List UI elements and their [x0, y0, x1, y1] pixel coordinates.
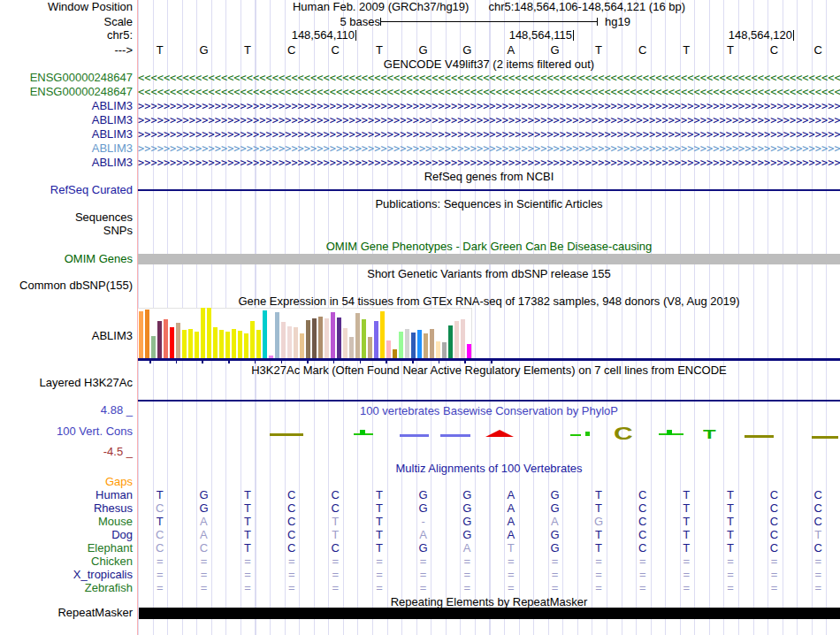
alignment-row-mouse[interactable]: TATCTT-GAAGCTTCC [138, 516, 840, 528]
gene-arrow-row[interactable]: >>>>>>>>>>>>>>>>>>>>>>>>>>>>>>>>>>>>>>>>… [138, 101, 840, 112]
gtex-bar[interactable] [207, 308, 211, 358]
gtex-bar[interactable] [145, 310, 149, 358]
track-display-area[interactable]: Human Feb. 2009 (GRCh37/hg19) chr5:148,5… [138, 0, 840, 635]
refseq-curated-line[interactable] [138, 189, 840, 191]
gtex-bar[interactable] [380, 311, 385, 358]
gtex-bar[interactable] [430, 329, 434, 358]
gene-arrow-row[interactable]: <<<<<<<<<<<<<<<<<<<<<<<<<<<<<<<<<<<<<<<<… [138, 73, 840, 84]
h3k27ac-baseline[interactable] [138, 400, 840, 402]
gene-label-ablim3[interactable]: ABLIM3 [92, 128, 133, 141]
gene-arrow-row[interactable]: >>>>>>>>>>>>>>>>>>>>>>>>>>>>>>>>>>>>>>>>… [138, 129, 840, 141]
gtex-bar[interactable] [454, 321, 459, 358]
gene-arrow-row[interactable]: <<<<<<<<<<<<<<<<<<<<<<<<<<<<<<<<<<<<<<<<… [138, 87, 840, 98]
gtex-bar[interactable] [232, 329, 236, 358]
gtex-bar[interactable] [424, 333, 428, 358]
species-label-gaps[interactable]: Gaps [105, 476, 133, 488]
gtex-bar[interactable] [213, 327, 218, 358]
gtex-bar[interactable] [195, 332, 199, 358]
gtex-bar[interactable] [461, 319, 465, 358]
scale-ruler-line[interactable] [380, 21, 598, 22]
gtex-bar[interactable] [281, 322, 286, 358]
gtex-bar[interactable] [287, 326, 292, 358]
gtex-bar[interactable] [312, 318, 317, 358]
alignment-row-x_tropicalis[interactable]: ================ [138, 569, 840, 581]
gtex-bar[interactable] [411, 333, 416, 358]
omim-genes-bar[interactable] [138, 254, 840, 264]
gene-label-ablim3[interactable]: ABLIM3 [92, 157, 133, 169]
track-label-layered-h3k27ac[interactable]: Layered H3K27Ac [39, 377, 133, 389]
alignment-row-chicken[interactable]: ================ [138, 555, 840, 568]
gtex-bar[interactable] [151, 336, 156, 358]
gtex-bar[interactable] [386, 340, 391, 358]
alignment-row-elephant[interactable]: CCTCCTGATGTCTTCC [138, 542, 840, 555]
gtex-bar[interactable] [318, 317, 323, 358]
gtex-bar[interactable] [256, 330, 261, 358]
gtex-plot[interactable] [138, 308, 472, 358]
gtex-bar[interactable] [355, 313, 360, 358]
alignment-row-rhesus[interactable]: CGTCCTGGAGTCTTCC [138, 502, 840, 515]
gtex-bar[interactable] [244, 333, 248, 358]
species-label-zebrafish[interactable]: Zebrafish [85, 582, 133, 594]
gtex-bar[interactable] [238, 331, 242, 358]
gtex-bar[interactable] [337, 318, 341, 358]
track-label-100-vert-cons[interactable]: 100 Vert. Cons [57, 425, 133, 438]
species-label-chicken[interactable]: Chicken [91, 555, 133, 568]
gtex-bar[interactable] [294, 327, 298, 358]
gtex-bar[interactable] [275, 312, 279, 358]
alignment-row-zebrafish[interactable]: ================ [138, 582, 840, 594]
species-label-elephant[interactable]: Elephant [88, 542, 133, 555]
gtex-bar[interactable] [263, 310, 267, 358]
gtex-bar[interactable] [442, 342, 447, 358]
species-label-mouse[interactable]: Mouse [98, 516, 133, 528]
track-label-sequences[interactable]: Sequences [75, 211, 133, 224]
track-label-snps[interactable]: SNPs [103, 225, 133, 237]
gtex-bar[interactable] [331, 312, 335, 358]
gtex-bar[interactable] [399, 332, 403, 358]
species-label-x_tropicalis[interactable]: X_tropicalis [73, 569, 133, 581]
track-label-repeatmasker[interactable]: RepeatMasker [57, 607, 133, 619]
gtex-bar[interactable] [225, 332, 230, 358]
gtex-bar[interactable] [417, 330, 422, 358]
gtex-bar[interactable] [448, 325, 453, 358]
gtex-bar[interactable] [170, 327, 174, 358]
track-label-omim-genes[interactable]: OMIM Genes [65, 253, 133, 265]
gtex-bar[interactable] [306, 320, 310, 358]
gtex-bar[interactable] [139, 311, 143, 358]
gtex-bar[interactable] [374, 321, 378, 358]
gtex-bar[interactable] [393, 349, 397, 358]
strand-label[interactable]: ---> [114, 44, 133, 57]
track-label-refseq-curated[interactable]: RefSeq Curated [50, 184, 133, 196]
gtex-bar[interactable] [368, 337, 372, 358]
gtex-bar[interactable] [362, 319, 366, 358]
gene-arrow-row[interactable]: >>>>>>>>>>>>>>>>>>>>>>>>>>>>>>>>>>>>>>>>… [138, 115, 840, 126]
gene-label-ensg00000248647[interactable]: ENSG00000248647 [30, 86, 133, 98]
gtex-bar[interactable] [300, 333, 304, 358]
gtex-bar[interactable] [349, 337, 354, 358]
alignment-row-dog[interactable]: CATCTTAGAGTCTTCT [138, 529, 840, 541]
gtex-bar[interactable] [188, 329, 193, 358]
gene-arrow-row[interactable]: >>>>>>>>>>>>>>>>>>>>>>>>>>>>>>>>>>>>>>>>… [138, 157, 840, 169]
gtex-bar[interactable] [405, 329, 409, 358]
track-label-common-dbsnp[interactable]: Common dbSNP(155) [19, 279, 133, 292]
alignment-row-human[interactable]: TGTCCTGGAGTCTTCC [138, 489, 840, 501]
species-label-dog[interactable]: Dog [111, 529, 133, 541]
gene-label-ablim3[interactable]: ABLIM3 [92, 114, 133, 126]
track-label-gtex-gene[interactable]: ABLIM3 [92, 330, 133, 342]
gene-arrow-row[interactable]: >>>>>>>>>>>>>>>>>>>>>>>>>>>>>>>>>>>>>>>>… [138, 143, 840, 155]
gene-label-ensg00000248647[interactable]: ENSG00000248647 [30, 72, 133, 84]
gtex-bar[interactable] [325, 318, 329, 358]
gtex-bar[interactable] [467, 344, 471, 358]
gene-label-ablim3[interactable]: ABLIM3 [92, 100, 133, 112]
gtex-bar[interactable] [343, 328, 347, 358]
species-label-human[interactable]: Human [95, 489, 133, 501]
repeatmasker-bar[interactable] [139, 608, 840, 619]
gtex-bar[interactable] [201, 308, 205, 358]
gtex-bar[interactable] [436, 341, 440, 358]
gtex-bar[interactable] [182, 330, 187, 358]
gtex-bar[interactable] [250, 321, 255, 358]
gtex-bar[interactable] [164, 319, 168, 358]
gtex-bar[interactable] [157, 321, 162, 358]
gtex-bar[interactable] [219, 330, 224, 358]
gene-label-ablim3[interactable]: ABLIM3 [92, 142, 133, 155]
gtex-bar[interactable] [176, 323, 180, 358]
